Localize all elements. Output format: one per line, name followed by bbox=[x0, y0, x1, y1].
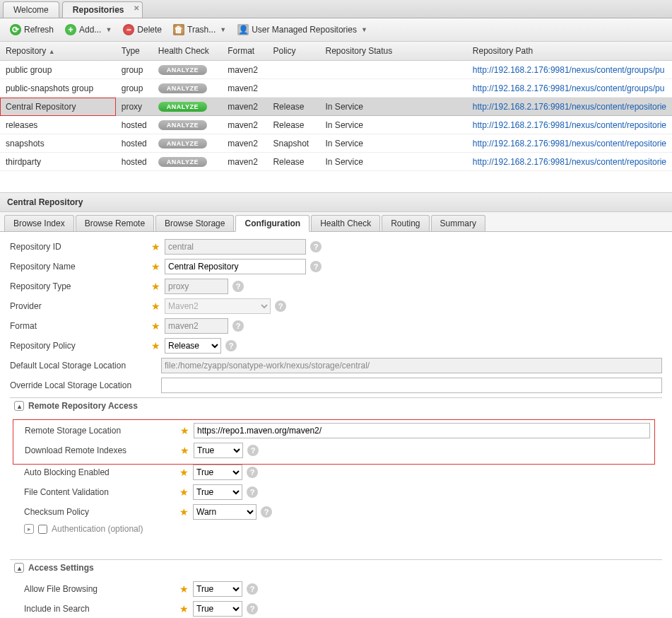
label-file-validation: File Content Validation bbox=[17, 487, 179, 497]
col-type[interactable]: Type bbox=[116, 42, 153, 61]
col-path[interactable]: Repository Path bbox=[467, 42, 672, 61]
tab-browse-index[interactable]: Browse Index bbox=[4, 215, 74, 231]
table-row[interactable]: thirdpartyhostedANALYZEmaven2ReleaseIn S… bbox=[0, 153, 672, 171]
add-button[interactable]: + Add... ▼ bbox=[61, 23, 116, 37]
table-row[interactable]: public groupgroupANALYZEmaven2http://192… bbox=[0, 61, 672, 79]
col-policy[interactable]: Policy bbox=[267, 42, 319, 61]
select-file-validation[interactable]: True bbox=[193, 484, 242, 500]
col-health[interactable]: Health Check bbox=[153, 42, 222, 61]
help-icon[interactable]: ? bbox=[247, 603, 258, 614]
tab-routing[interactable]: Routing bbox=[382, 215, 429, 231]
col-repository-label: Repository bbox=[6, 46, 46, 56]
cell-status: In Service bbox=[320, 153, 467, 171]
help-icon[interactable]: ? bbox=[310, 261, 322, 272]
refresh-button[interactable]: ⟳ Refresh bbox=[6, 23, 58, 37]
tab-repositories[interactable]: Repositories ✕ bbox=[62, 1, 143, 18]
user-managed-button[interactable]: 👤 User Managed Repositories ▼ bbox=[233, 23, 372, 37]
table-row[interactable]: public-snapshots groupgroupANALYZEmaven2… bbox=[0, 79, 672, 98]
label-include-search: Include in Search bbox=[17, 604, 179, 614]
trash-button[interactable]: 🗑 Trash... ▼ bbox=[169, 23, 230, 37]
fieldset-access-settings-header[interactable]: ▴ Access Settings bbox=[10, 560, 662, 576]
cell-type: group bbox=[116, 79, 153, 98]
help-icon[interactable]: ? bbox=[247, 583, 258, 595]
cell-name: public group bbox=[0, 61, 116, 79]
help-icon[interactable]: ? bbox=[310, 241, 322, 252]
table-row[interactable]: Central RepositoryproxyANALYZEmaven2Rele… bbox=[0, 98, 672, 116]
select-download-indexes[interactable]: True bbox=[194, 443, 243, 458]
path-link[interactable]: http://192.168.2.176:9981/nexus/content/… bbox=[473, 102, 666, 112]
tab-welcome[interactable]: Welcome bbox=[3, 1, 59, 18]
required-icon: ★ bbox=[151, 281, 160, 292]
delete-label: Delete bbox=[137, 25, 162, 35]
cell-type: hosted bbox=[116, 116, 153, 134]
authentication-checkbox[interactable] bbox=[38, 525, 47, 534]
label-repo-type: Repository Type bbox=[10, 281, 151, 291]
cell-format: maven2 bbox=[222, 116, 267, 134]
path-link[interactable]: http://192.168.2.176:9981/nexus/content/… bbox=[473, 120, 666, 130]
required-icon: ★ bbox=[179, 467, 189, 478]
cell-name: releases bbox=[0, 116, 116, 134]
cell-path: http://192.168.2.176:9981/nexus/content/… bbox=[467, 98, 672, 116]
help-icon[interactable]: ? bbox=[232, 320, 244, 332]
authentication-toggle[interactable]: ▸ Authentication (optional) bbox=[24, 524, 655, 534]
help-icon[interactable]: ? bbox=[261, 506, 272, 518]
close-icon[interactable]: ✕ bbox=[134, 4, 139, 12]
analyze-button[interactable]: ANALYZE bbox=[158, 83, 207, 93]
required-icon: ★ bbox=[179, 583, 189, 595]
select-policy[interactable]: Release bbox=[165, 338, 221, 354]
label-provider: Provider bbox=[10, 301, 151, 311]
analyze-button[interactable]: ANALYZE bbox=[158, 102, 207, 112]
refresh-label: Refresh bbox=[24, 25, 54, 35]
delete-button[interactable]: − Delete bbox=[119, 23, 166, 37]
path-link[interactable]: http://192.168.2.176:9981/nexus/content/… bbox=[473, 83, 665, 93]
input-repo-type bbox=[165, 279, 228, 294]
path-link[interactable]: http://192.168.2.176:9981/nexus/content/… bbox=[473, 139, 666, 148]
trash-label: Trash... bbox=[187, 25, 216, 35]
sub-tab-bar: Browse Index Browse Remote Browse Storag… bbox=[0, 212, 672, 232]
label-policy: Repository Policy bbox=[10, 341, 151, 351]
main-tab-bar: Welcome Repositories ✕ bbox=[0, 0, 672, 18]
table-row[interactable]: releaseshostedANALYZEmaven2ReleaseIn Ser… bbox=[0, 116, 672, 134]
help-icon[interactable]: ? bbox=[247, 486, 258, 498]
select-auto-blocking[interactable]: True bbox=[193, 465, 242, 480]
add-icon: + bbox=[65, 24, 76, 35]
sort-asc-icon: ▲ bbox=[49, 48, 55, 55]
tab-configuration[interactable]: Configuration bbox=[235, 215, 310, 232]
fieldset-access-settings-label: Access Settings bbox=[28, 563, 94, 573]
help-icon[interactable]: ? bbox=[232, 281, 244, 292]
label-repo-name: Repository Name bbox=[10, 262, 151, 272]
tab-browse-storage[interactable]: Browse Storage bbox=[155, 215, 234, 231]
help-icon[interactable]: ? bbox=[247, 445, 259, 456]
analyze-button[interactable]: ANALYZE bbox=[158, 157, 207, 167]
select-checksum[interactable]: Warn bbox=[193, 504, 257, 520]
input-repo-name[interactable] bbox=[165, 259, 306, 274]
col-format[interactable]: Format bbox=[222, 42, 267, 61]
user-icon: 👤 bbox=[237, 24, 249, 35]
select-allow-browsing[interactable]: True bbox=[193, 581, 242, 597]
cell-type: hosted bbox=[116, 134, 153, 153]
cell-name: snapshots bbox=[0, 134, 116, 153]
select-provider: Maven2 bbox=[165, 298, 271, 314]
analyze-button[interactable]: ANALYZE bbox=[158, 139, 207, 148]
col-status[interactable]: Repository Status bbox=[320, 42, 467, 61]
table-row[interactable]: snapshotshostedANALYZEmaven2SnapshotIn S… bbox=[0, 134, 672, 153]
help-icon[interactable]: ? bbox=[275, 301, 286, 312]
analyze-button[interactable]: ANALYZE bbox=[158, 120, 207, 130]
cell-status bbox=[320, 61, 467, 79]
select-include-search[interactable]: True bbox=[193, 601, 242, 617]
path-link[interactable]: http://192.168.2.176:9981/nexus/content/… bbox=[473, 65, 665, 75]
input-remote-location[interactable] bbox=[194, 423, 650, 438]
help-icon[interactable]: ? bbox=[225, 340, 237, 351]
col-repository[interactable]: Repository ▲ bbox=[0, 42, 116, 61]
path-link[interactable]: http://192.168.2.176:9981/nexus/content/… bbox=[473, 157, 666, 167]
cell-status: In Service bbox=[320, 116, 467, 134]
input-override-storage[interactable] bbox=[161, 378, 662, 393]
help-icon[interactable]: ? bbox=[247, 467, 258, 478]
tab-health-check[interactable]: Health Check bbox=[311, 215, 380, 231]
analyze-button[interactable]: ANALYZE bbox=[158, 65, 207, 75]
fieldset-remote-access-header[interactable]: ▴ Remote Repository Access bbox=[10, 398, 662, 414]
tab-browse-remote[interactable]: Browse Remote bbox=[76, 215, 154, 231]
tab-summary[interactable]: Summary bbox=[431, 215, 485, 231]
label-checksum: Checksum Policy bbox=[17, 507, 179, 517]
fieldset-remote-access: ▴ Remote Repository Access Remote Storag… bbox=[10, 397, 662, 538]
